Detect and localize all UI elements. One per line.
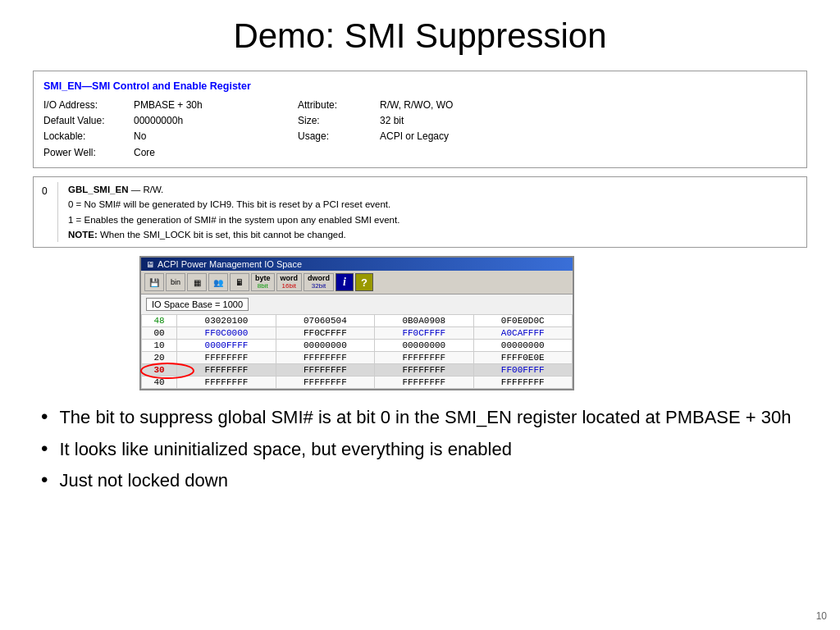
toolbar-people-btn[interactable]: 👥 — [208, 273, 228, 291]
io-titlebar: 🖥 ACPI Power Management IO Space — [141, 258, 573, 271]
data-cell: FFFFFFFF — [276, 364, 374, 377]
io-titlebar-icon: 🖥 — [146, 260, 154, 269]
bullet-item-3: • Just not locked down — [41, 468, 807, 493]
reg-label-defval: Default Value: — [43, 113, 134, 129]
io-table-wrapper: 48 03020100 07060504 0B0A0908 0F0E0D0C 0… — [141, 314, 573, 389]
reg-val-io: PMBASE + 30h — [134, 98, 298, 113]
data-cell: 00000000 — [375, 340, 473, 352]
reg-label-lock: Lockable: — [43, 129, 134, 144]
table-row: 00 FF0C0000 FF0CFFFF FF0CFFFF A0CAFFFF — [142, 327, 573, 340]
data-cell: FFFFFFFF — [375, 352, 473, 364]
addr-cell: 20 — [142, 352, 177, 364]
reg-label-size: Size: — [298, 113, 380, 129]
data-cell: 0000FFFF — [177, 340, 276, 352]
reg-val-defval: 00000000h — [134, 113, 298, 129]
reg-val-usage: ACPI or Legacy — [380, 129, 797, 144]
bullet-text-2: It looks like uninitialized space, but e… — [59, 437, 807, 462]
reg-label-usage: Usage: — [298, 129, 380, 144]
addr-cell-30: 30 — [142, 364, 177, 377]
gbl-line1: 0 = No SMI# will be generated by ICH9. T… — [68, 199, 390, 209]
data-cell: 03020100 — [177, 315, 276, 327]
io-data-table: 48 03020100 07060504 0B0A0908 0F0E0D0C 0… — [141, 314, 573, 389]
io-titlebar-title: ACPI Power Management IO Space — [158, 259, 302, 269]
register-title: SMI_EN—SMI Control and Enable Register — [43, 78, 797, 94]
toolbar-disk-btn[interactable]: 💾 — [144, 273, 164, 291]
reg-label-io: I/O Address: — [43, 98, 134, 113]
addr-cell: 00 — [142, 327, 177, 340]
io-space-window: 🖥 ACPI Power Management IO Space 💾 bin ▦… — [139, 256, 574, 390]
table-row: 20 FFFFFFFF FFFFFFFF FFFFFFFF FFFF0E0E — [142, 352, 573, 364]
data-cell: 07060504 — [276, 315, 374, 327]
data-cell: FFFFFFFF — [177, 352, 276, 364]
gbl-smi-en-box: 0 GBL_SMI_EN — R/W. 0 = No SMI# will be … — [33, 176, 807, 249]
bullet-text-1: The bit to suppress global SMI# is at bi… — [59, 405, 807, 430]
data-cell: FFFF0E0E — [473, 352, 572, 364]
register-table: I/O Address: PMBASE + 30h Attribute: R/W… — [43, 98, 797, 161]
toolbar-word-btn[interactable]: word 16bit — [276, 273, 303, 291]
toolbar-info-btn[interactable]: i — [336, 273, 354, 291]
data-cell: FF0CFFFF — [375, 327, 473, 340]
io-address-bar: IO Space Base = 1000 — [141, 294, 573, 314]
slide-title: Demo: SMI Suppression — [33, 16, 807, 56]
data-cell: FFFFFFFF — [473, 377, 572, 389]
bullet-text-3: Just not locked down — [59, 468, 807, 493]
table-row-30: 30 FFFFFFFF FFFFFFFF FFFFFFFF FF00FFFF — [142, 364, 573, 377]
gbl-title-suffix: — R/W. — [129, 185, 164, 194]
table-row: 40 FFFFFFFF FFFFFFFF FFFFFFFF FFFFFFFF — [142, 377, 573, 389]
data-cell: FFFFFFFF — [276, 352, 374, 364]
data-cell: FFFFFFFF — [375, 364, 473, 377]
addr-cell: 10 — [142, 340, 177, 352]
reg-val-size: 32 bit — [380, 113, 797, 129]
toolbar-bin-btn[interactable]: bin — [166, 273, 185, 291]
data-cell: 0F0E0D0C — [473, 315, 572, 327]
data-cell: FF00FFFF — [473, 364, 572, 377]
data-cell: FFFFFFFF — [177, 364, 276, 377]
bullet-section: • The bit to suppress global SMI# is at … — [33, 405, 807, 500]
reg-label-pw: Power Well: — [43, 145, 134, 161]
table-row: 48 03020100 07060504 0B0A0908 0F0E0D0C — [142, 315, 573, 327]
io-address-input[interactable]: IO Space Base = 1000 — [146, 298, 249, 311]
bullet-item-2: • It looks like uninitialized space, but… — [41, 437, 807, 462]
reg-label-attr: Attribute: — [298, 98, 380, 113]
reg-val-pw: Core — [134, 145, 298, 161]
data-cell: 00000000 — [276, 340, 374, 352]
reg-val-lock: No — [134, 129, 298, 144]
gbl-note: NOTE: When the SMI_LOCK bit is set, this… — [68, 230, 346, 240]
bullet-dot-3: • — [41, 467, 48, 493]
data-cell: 0B0A0908 — [375, 315, 473, 327]
toolbar-help-btn[interactable]: ? — [355, 273, 373, 291]
data-cell: FF0CFFFF — [276, 327, 374, 340]
bullet-dot-1: • — [41, 404, 48, 430]
data-cell: FF0C0000 — [177, 327, 276, 340]
gbl-title: GBL_SMI_EN — [68, 185, 129, 194]
bullet-dot-2: • — [41, 436, 48, 462]
addr-cell: 40 — [142, 377, 177, 389]
toolbar-dword-btn[interactable]: dword 32bit — [304, 273, 334, 291]
gbl-bit-number: 0 — [42, 182, 58, 243]
register-box: SMI_EN—SMI Control and Enable Register I… — [33, 71, 807, 168]
data-cell: FFFFFFFF — [177, 377, 276, 389]
data-cell: FFFFFFFF — [375, 377, 473, 389]
toolbar-grid-btn[interactable]: ▦ — [187, 273, 207, 291]
gbl-line2: 1 = Enables the generation of SMI# in th… — [68, 215, 399, 225]
data-cell: A0CAFFFF — [473, 327, 572, 340]
table-row: 10 0000FFFF 00000000 00000000 00000000 — [142, 340, 573, 352]
io-toolbar[interactable]: 💾 bin ▦ 👥 🖩 byte 8bit word 16bit dword 3… — [141, 271, 573, 294]
data-cell: FFFFFFFF — [276, 377, 374, 389]
reg-val-attr: R/W, R/WO, WO — [380, 98, 797, 113]
addr-cell: 48 — [142, 315, 177, 327]
data-cell: 00000000 — [473, 340, 572, 352]
gbl-description: GBL_SMI_EN — R/W. 0 = No SMI# will be ge… — [68, 182, 798, 243]
bullet-item-1: • The bit to suppress global SMI# is at … — [41, 405, 807, 430]
page-number: 10 — [816, 610, 827, 622]
toolbar-byte-btn[interactable]: byte 8bit — [251, 273, 275, 291]
toolbar-calc-btn[interactable]: 🖩 — [230, 273, 249, 291]
